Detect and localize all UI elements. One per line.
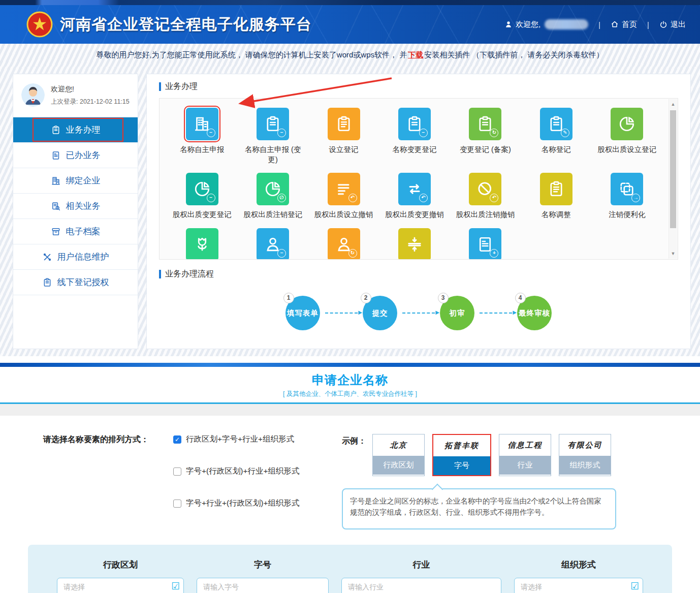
service-tile-18[interactable]: [398, 228, 431, 260]
example-section: 示例： 北京行政区划拓普丰联字号信息工程行业有限公司组织形式 字号是企业之间区分…: [342, 434, 616, 529]
example-cards: 北京行政区划拓普丰联字号信息工程行业有限公司组织形式: [372, 434, 611, 476]
flow-step-3: 3初审: [440, 296, 474, 330]
service-item: −名称变更登记: [379, 108, 450, 165]
service-tile-15[interactable]: [186, 228, 218, 260]
service-tile-13[interactable]: [540, 173, 572, 205]
select-picker-icon[interactable]: ☑: [630, 581, 639, 591]
select-picker-icon[interactable]: ☑: [171, 581, 180, 591]
scrollbar-up-arrow[interactable]: ▲: [669, 100, 677, 108]
service-tile-17[interactable]: ↻: [328, 228, 360, 260]
arrangement-checkbox-3[interactable]: [173, 500, 181, 508]
sidebar-item-1[interactable]: 业务办理: [13, 117, 138, 142]
service-item: −: [237, 228, 308, 260]
section-title-text: 业务办理流程: [165, 269, 214, 279]
doc-icon: [51, 150, 61, 161]
service-tile-label: 股权出质设立登记: [597, 145, 656, 155]
service-tile-4[interactable]: −: [398, 108, 431, 140]
download-link[interactable]: 下载: [408, 50, 423, 60]
sidebar-item-label: 相关业务: [66, 200, 101, 212]
building-icon: [51, 176, 61, 186]
example-card-value: 信息工程: [499, 434, 551, 456]
arrangement-section: 请选择名称要素的排列方式： 行政区划+字号+行业+组织形式字号+(行政区划)+行…: [0, 416, 700, 529]
service-item: ✎名称登记: [521, 108, 591, 165]
service-item: ↶股权出质注销撤销: [450, 173, 521, 220]
flow-step-number: 3: [438, 293, 449, 303]
name-field-input-1[interactable]: [57, 578, 184, 593]
name-field-input-4[interactable]: [514, 578, 643, 593]
service-tile-16[interactable]: −: [257, 228, 289, 260]
power-icon: [659, 20, 667, 28]
name-field-input-2[interactable]: [197, 578, 329, 593]
example-card-value: 拓普丰联: [433, 435, 490, 456]
service-tile-12[interactable]: ↶: [469, 173, 501, 205]
service-tile-5[interactable]: ↻: [469, 108, 501, 140]
sidebar-item-2[interactable]: 已办业务: [13, 142, 138, 168]
tile-badge-icon: ∅: [277, 194, 286, 202]
flow-step-label: 填写表单: [287, 308, 319, 318]
tile-badge-icon: ↶: [419, 194, 428, 202]
example-card-value: 北京: [373, 434, 424, 456]
section-title-bar: [159, 270, 161, 278]
notice-text-pre: 尊敬的用户您好,为了您能正常使用此系统， 请确保您的计算机上安装了word或wp…: [96, 50, 407, 60]
service-tile-10[interactable]: ↶: [328, 173, 360, 205]
sidebar: 欢迎您! 上次登录: 2021-12-02 11:15 业务办理已办业务绑定企业…: [13, 74, 138, 349]
welcome-user[interactable]: 欢迎您,: [504, 19, 588, 29]
home-link[interactable]: 首页: [611, 20, 637, 29]
flow-connector-arrow: [325, 313, 358, 314]
flow-step-number: 1: [283, 293, 294, 303]
service-tile-9[interactable]: ∅: [257, 173, 289, 205]
service-tile-label: 变更登记 (备案): [460, 145, 511, 155]
arrangement-option-label: 字号+行业+(行政区划)+组织形式: [186, 498, 299, 509]
scrollbar[interactable]: ▲ ▼: [669, 99, 677, 259]
home-icon: [611, 20, 619, 28]
sidebar-item-7[interactable]: 线下登记授权: [13, 269, 138, 295]
arrangement-checkbox-2[interactable]: [173, 467, 181, 476]
service-tile-label: 股权出质设立撤销: [314, 210, 373, 220]
sidebar-item-label: 用户信息维护: [57, 251, 109, 263]
section-title-text: 业务办理: [165, 81, 198, 92]
service-item: [167, 228, 237, 260]
cliplines-icon: [335, 115, 353, 133]
flow-connector-arrow: [402, 313, 435, 314]
arrangement-option-label: 字号+(行政区划)+行业+组织形式: [186, 466, 299, 477]
tile-badge-icon: ↶: [490, 194, 498, 202]
flower-icon: [193, 235, 211, 254]
service-tile-19[interactable]: +: [469, 228, 501, 260]
service-tile-8[interactable]: −: [186, 173, 218, 205]
example-card-tag: 行政区划: [373, 456, 424, 475]
sidebar-item-6[interactable]: 用户信息维护: [13, 244, 138, 269]
arrangement-option-1: 行政区划+字号+行业+组织形式: [173, 434, 341, 445]
sidebar-item-4[interactable]: 相关业务: [13, 193, 138, 219]
example-card-2: 拓普丰联字号: [432, 434, 491, 476]
top-accent-strip: [0, 0, 700, 5]
service-tile-14[interactable]: →: [611, 173, 643, 205]
flow-step-2: 2提交: [363, 296, 397, 330]
clipboard-icon: [51, 125, 61, 135]
service-tile-3[interactable]: [328, 108, 360, 140]
flow-step-label: 最终审核: [519, 308, 550, 318]
tile-badge-icon: ↻: [490, 129, 498, 137]
sidebar-item-3[interactable]: 绑定企业: [13, 168, 138, 193]
flow-step-label: 提交: [372, 308, 388, 318]
service-tile-11[interactable]: ↶: [398, 173, 431, 205]
service-tile-2[interactable]: −: [257, 108, 289, 140]
welcome-text: 欢迎您,: [516, 20, 540, 29]
user-card: 欢迎您! 上次登录: 2021-12-02 11:15: [13, 74, 138, 117]
sidebar-item-5[interactable]: 电子档案: [13, 219, 138, 244]
tile-badge-icon: ✎: [561, 129, 569, 137]
service-item: ↶股权出质变更撤销: [379, 173, 450, 220]
service-tile-label: 名称调整: [542, 210, 571, 220]
scrollbar-thumb[interactable]: [670, 110, 676, 228]
scrollbar-down-arrow[interactable]: ▼: [669, 249, 677, 258]
logout-link[interactable]: 退出: [659, 20, 686, 29]
name-field-input-3[interactable]: [341, 578, 501, 593]
service-tile-7[interactable]: [611, 108, 643, 140]
redacted-username: [545, 19, 588, 29]
arrangement-checkbox-1[interactable]: [173, 435, 181, 444]
service-item: [379, 228, 450, 260]
service-tile-1[interactable]: −: [186, 108, 218, 140]
service-tile-6[interactable]: ✎: [540, 108, 572, 140]
arrangement-option-3: 字号+行业+(行政区划)+组织形式: [173, 498, 341, 509]
name-field-1: 行政区划☑: [57, 559, 184, 593]
user-icon: [504, 20, 513, 28]
